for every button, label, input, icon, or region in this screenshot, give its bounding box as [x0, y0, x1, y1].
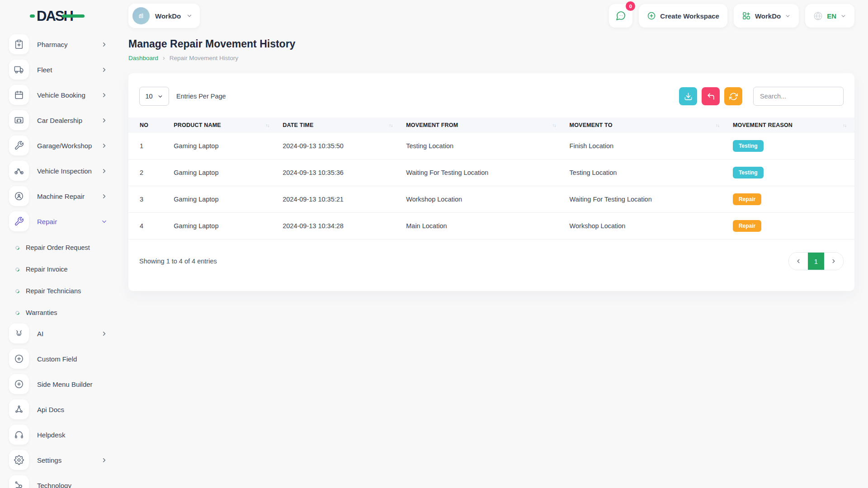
column-header-no: NO — [128, 117, 168, 133]
sidebar-item-api-docs[interactable]: Api Docs — [9, 399, 108, 419]
bullet-icon — [14, 245, 20, 251]
reason-badge: Testing — [733, 140, 764, 152]
chat-bubble-icon — [615, 10, 626, 21]
column-label: MOVEMENT FROM — [406, 122, 458, 128]
language-label: EN — [827, 12, 836, 20]
bullet-icon — [14, 267, 20, 272]
sidebar-subitem-repair-order-request[interactable]: Repair Order Request — [9, 237, 108, 258]
sidebar-item-fleet[interactable]: Fleet — [9, 60, 108, 80]
sidebar-item-technology[interactable]: Technology — [9, 475, 108, 488]
entries-per-page-value: 10 — [145, 93, 152, 100]
undo-icon — [707, 92, 715, 101]
reason-badge: Repair — [733, 193, 761, 205]
download-button[interactable] — [679, 87, 697, 105]
column-header-movement-reason[interactable]: MOVEMENT REASON↑↓ — [727, 117, 854, 133]
sidebar-item-label: Settings — [37, 456, 93, 464]
sidebar-item-label: Custom Field — [37, 355, 108, 363]
sort-arrows-icon: ↑↓ — [552, 123, 556, 128]
column-label: NO — [140, 122, 148, 128]
breadcrumb-dashboard-link[interactable]: Dashboard — [128, 55, 158, 61]
table-row: 2Gaming Laptop2024-09-13 10:35:36Waiting… — [128, 160, 854, 186]
grid-plus-icon — [742, 11, 751, 20]
bullet-icon — [14, 310, 20, 316]
pagination-page-1[interactable]: 1 — [808, 253, 824, 270]
chevron-right-icon — [101, 330, 108, 337]
cell-date-time: 2024-09-13 10:35:50 — [277, 133, 401, 160]
entries-per-page-label: Entries Per Page — [176, 93, 226, 100]
dash-logo: DASH — [30, 9, 73, 23]
column-header-date-time[interactable]: DATE TIME↑↓ — [277, 117, 401, 133]
sidebar-item-side-menu-builder[interactable]: Side Menu Builder — [9, 374, 108, 394]
chevron-right-icon — [101, 117, 108, 124]
table-footer: Showing 1 to 4 of 4 entries 1 — [128, 239, 854, 289]
logo-text: DASH — [37, 9, 73, 23]
cell-movement-from: Main Location — [401, 213, 564, 239]
globe-icon — [813, 11, 823, 21]
sidebar-item-custom-field[interactable]: Custom Field — [9, 349, 108, 369]
refresh-icon — [729, 92, 738, 101]
create-workspace-button[interactable]: Create Workspace — [639, 4, 727, 28]
sidebar-subitem-repair-invoice[interactable]: Repair Invoice — [9, 258, 108, 280]
sidebar-item-label: Repair — [37, 218, 93, 225]
sidebar-item-repair[interactable]: Repair — [9, 211, 108, 231]
workspace-switcher[interactable]: WorkDo — [734, 4, 799, 28]
ai-fox-icon — [9, 324, 29, 343]
chevron-right-icon — [101, 92, 108, 99]
chevron-down-icon — [101, 218, 108, 225]
cell-product-name: Gaming Laptop — [168, 213, 277, 239]
sidebar-item-car-dealership[interactable]: Car Dealership — [9, 110, 108, 130]
sidebar-item-vehicle-booking[interactable]: Vehicle Booking — [9, 85, 108, 105]
cell-movement-from: Workshop Location — [401, 186, 564, 213]
chevron-down-icon — [157, 94, 163, 99]
cell-movement-reason: Repair — [727, 213, 854, 239]
sidebar-item-helpdesk[interactable]: Helpdesk — [9, 425, 108, 445]
search-input[interactable] — [753, 87, 844, 106]
language-selector[interactable]: EN — [805, 4, 854, 28]
pagination-next-button[interactable] — [824, 253, 843, 270]
entries-per-page-select[interactable]: 10 — [139, 87, 169, 106]
chevron-right-icon — [101, 142, 108, 149]
cell-movement-from: Testing Location — [401, 133, 564, 160]
sidebar-item-label: Machine Repair — [37, 192, 93, 200]
table-header-row: NOPRODUCT NAME↑↓DATE TIME↑↓MOVEMENT FROM… — [128, 117, 854, 133]
cell-product-name: Gaming Laptop — [168, 186, 277, 213]
sidebar-item-garage-workshop[interactable]: Garage/Workshop — [9, 136, 108, 155]
network-icon — [9, 475, 29, 488]
api-nodes-icon — [9, 399, 29, 419]
cell-product-name: Gaming Laptop — [168, 133, 277, 160]
chevron-down-icon — [785, 13, 791, 19]
logo-dash-accent — [30, 14, 35, 18]
chevron-left-icon — [795, 258, 802, 264]
sidebar-item-vehicle-inspection[interactable]: Vehicle Inspection — [9, 161, 108, 181]
topbar: DASH WorkDo 0 — [0, 0, 868, 32]
column-header-product-name[interactable]: PRODUCT NAME↑↓ — [168, 117, 277, 133]
table-row: 1Gaming Laptop2024-09-13 10:35:50Testing… — [128, 133, 854, 160]
sidebar-item-machine-repair[interactable]: Machine Repair — [9, 186, 108, 206]
sidebar-item-settings[interactable]: Settings — [9, 450, 108, 470]
gear-icon — [9, 450, 29, 470]
messages-button[interactable]: 0 — [609, 4, 632, 28]
cell-no: 4 — [128, 213, 168, 239]
sidebar-subitem-repair-technicians[interactable]: Repair Technicians — [9, 280, 108, 302]
column-header-movement-from[interactable]: MOVEMENT FROM↑↓ — [401, 117, 564, 133]
column-header-movement-to[interactable]: MOVEMENT TO↑↓ — [564, 117, 727, 133]
showing-entries-text: Showing 1 to 4 of 4 entries — [139, 258, 217, 265]
main-content: Manage Repair Movement History Dashboard… — [117, 32, 868, 488]
sidebar-subitem-label: Repair Invoice — [26, 266, 68, 273]
sidebar-item-label: Car Dealership — [37, 117, 93, 124]
pagination: 1 — [788, 252, 844, 270]
undo-button[interactable] — [702, 87, 720, 105]
wrench-icon — [9, 136, 29, 155]
entries-control: 10 Entries Per Page — [139, 87, 226, 106]
workspace-pill[interactable]: WorkDo — [128, 4, 200, 28]
sidebar-subitem-warranties[interactable]: Warranties — [9, 302, 108, 324]
chevron-right-icon — [830, 258, 837, 264]
sidebar-item-ai[interactable]: AI — [9, 324, 108, 343]
sidebar-item-pharmacy[interactable]: Pharmacy — [9, 34, 108, 54]
sidebar-subitem-label: Repair Technicians — [26, 287, 81, 295]
wrench-icon — [9, 211, 29, 231]
truck-icon — [9, 60, 29, 80]
toolbar — [679, 87, 844, 106]
pagination-prev-button[interactable] — [789, 253, 808, 270]
refresh-button[interactable] — [724, 87, 742, 105]
